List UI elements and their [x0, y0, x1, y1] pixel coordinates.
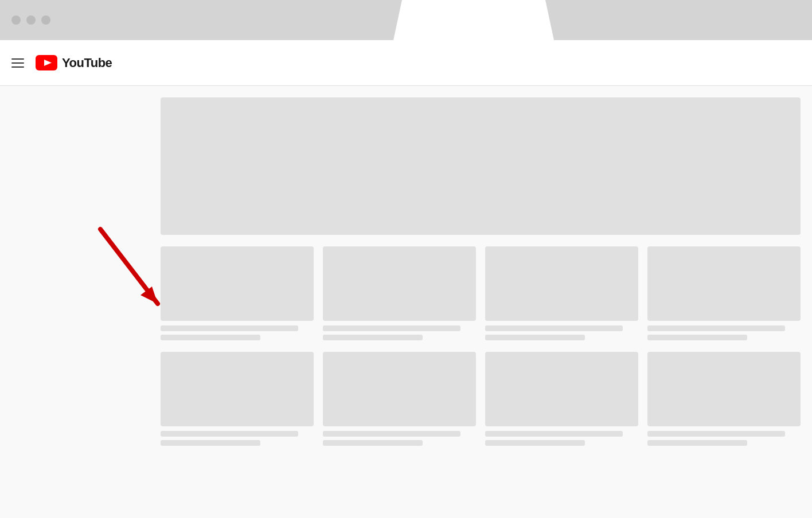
video-title-placeholder: [323, 431, 460, 437]
video-card[interactable]: [323, 352, 476, 446]
video-title-placeholder: [485, 431, 623, 437]
video-subtitle-placeholder: [647, 335, 747, 340]
video-thumbnail: [647, 352, 801, 426]
video-subtitle-placeholder: [161, 440, 260, 446]
video-card[interactable]: [161, 246, 314, 340]
hamburger-menu-button[interactable]: [11, 58, 24, 68]
video-grid-row-1: [161, 246, 801, 340]
page: YouTube: [0, 40, 812, 518]
main-layout: [0, 86, 812, 518]
traffic-light-close[interactable]: [11, 15, 21, 25]
hero-banner: [161, 97, 801, 235]
browser-tab[interactable]: [393, 0, 554, 40]
video-subtitle-placeholder: [485, 335, 585, 340]
video-meta: [647, 431, 801, 446]
video-meta: [323, 325, 476, 340]
video-title-placeholder: [647, 431, 785, 437]
video-title-placeholder: [161, 431, 298, 437]
video-grid-row-2: [161, 352, 801, 446]
video-title-placeholder: [485, 325, 623, 331]
video-meta: [485, 431, 638, 446]
video-thumbnail: [485, 352, 638, 426]
video-subtitle-placeholder: [647, 440, 747, 446]
video-subtitle-placeholder: [323, 440, 423, 446]
content-area: [149, 86, 812, 518]
video-card[interactable]: [161, 352, 314, 446]
video-meta: [161, 431, 314, 446]
video-subtitle-placeholder: [161, 335, 260, 340]
video-meta: [485, 325, 638, 340]
video-title-placeholder: [161, 325, 298, 331]
video-thumbnail: [161, 246, 314, 321]
sidebar: [0, 86, 149, 518]
video-subtitle-placeholder: [485, 440, 585, 446]
video-card[interactable]: [323, 246, 476, 340]
video-card[interactable]: [647, 246, 801, 340]
video-meta: [161, 325, 314, 340]
video-thumbnail: [647, 246, 801, 321]
traffic-light-minimize[interactable]: [26, 15, 36, 25]
video-meta: [323, 431, 476, 446]
youtube-wordmark: YouTube: [62, 56, 112, 70]
video-title-placeholder: [647, 325, 785, 331]
video-card[interactable]: [485, 352, 638, 446]
video-title-placeholder: [323, 325, 460, 331]
video-thumbnail: [161, 352, 314, 426]
video-meta: [647, 325, 801, 340]
video-thumbnail: [323, 352, 476, 426]
traffic-light-maximize[interactable]: [41, 15, 50, 25]
video-thumbnail: [485, 246, 638, 321]
video-card[interactable]: [485, 246, 638, 340]
youtube-play-icon: [36, 55, 57, 70]
video-subtitle-placeholder: [323, 335, 423, 340]
browser-chrome: [0, 0, 812, 40]
youtube-logo[interactable]: YouTube: [36, 55, 112, 70]
header: YouTube: [0, 40, 812, 86]
video-thumbnail: [323, 246, 476, 321]
video-card[interactable]: [647, 352, 801, 446]
